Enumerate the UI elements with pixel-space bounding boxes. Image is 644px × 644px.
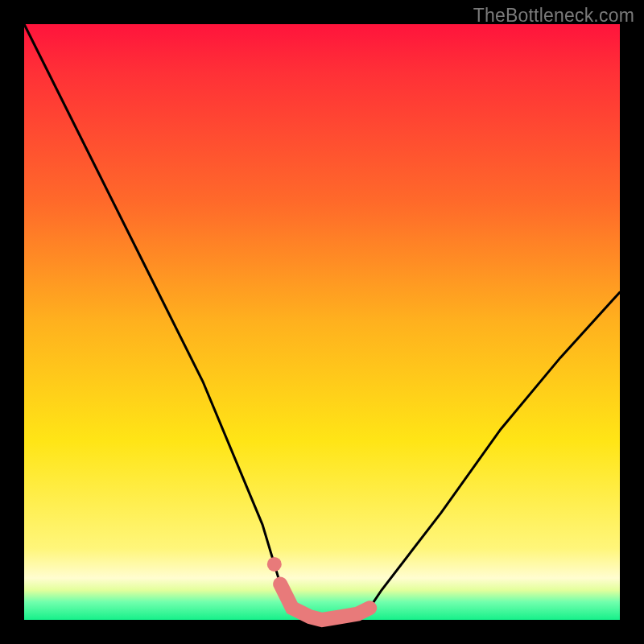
chart-svg (24, 24, 620, 620)
accent-segment-line (280, 584, 369, 620)
chart-frame: TheBottleneck.com (0, 0, 644, 644)
bottleneck-curve-line (24, 24, 620, 620)
plot-area (24, 24, 620, 620)
watermark-text: TheBottleneck.com (473, 5, 634, 27)
accent-dot-icon (267, 557, 282, 572)
